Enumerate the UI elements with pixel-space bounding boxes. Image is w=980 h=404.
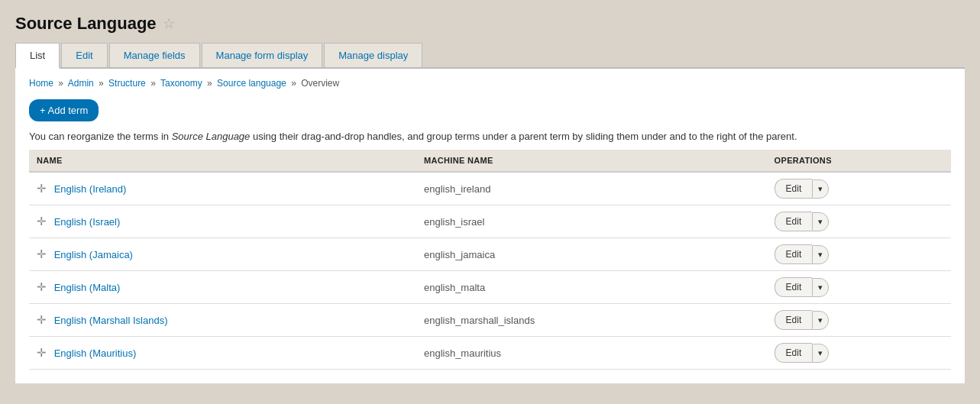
edit-dropdown-button[interactable]: ▾ <box>812 278 829 297</box>
breadcrumb-taxonomy[interactable]: Taxonomy <box>160 78 202 89</box>
edit-dropdown-button[interactable]: ▾ <box>812 311 829 330</box>
edit-button[interactable]: Edit <box>775 343 813 363</box>
tabs-bar: List Edit Manage fields Manage form disp… <box>15 43 965 69</box>
data-table: NAME MACHINE NAME OPERATIONS ✛ English (… <box>29 150 951 370</box>
breadcrumb-home[interactable]: Home <box>29 78 53 89</box>
breadcrumb-structure[interactable]: Structure <box>108 78 146 89</box>
row-name-cell: ✛ English (Jamaica) <box>29 238 416 271</box>
row-name-cell: ✛ English (Ireland) <box>29 172 416 205</box>
table-row: ✛ English (Jamaica) english_jamaica Edit… <box>29 238 951 271</box>
row-operations-cell: Edit ▾ <box>767 337 951 370</box>
edit-dropdown-button[interactable]: ▾ <box>812 245 829 264</box>
table-row: ✛ English (Mauritius) english_mauritius … <box>29 337 951 370</box>
row-machine-name-cell: english_marshall_islands <box>416 304 767 337</box>
breadcrumb-sep-4: » <box>207 78 212 89</box>
breadcrumb-sep-5: » <box>291 78 296 89</box>
info-text-before: You can reorganize the terms in <box>29 131 172 142</box>
breadcrumb-sep-3: » <box>150 78 156 89</box>
edit-dropdown-button[interactable]: ▾ <box>812 344 829 363</box>
term-name-link[interactable]: English (Ireland) <box>54 183 127 195</box>
table-row: ✛ English (Marshall Islands) english_mar… <box>29 304 951 337</box>
edit-dropdown-button[interactable]: ▾ <box>812 179 829 199</box>
row-operations-cell: Edit ▾ <box>767 304 951 337</box>
machine-name-value: english_jamaica <box>424 249 495 260</box>
machine-name-value: english_mauritius <box>424 347 501 359</box>
drag-handle-icon[interactable]: ✛ <box>37 247 47 260</box>
drag-handle-icon[interactable]: ✛ <box>37 182 47 195</box>
col-header-operations: OPERATIONS <box>767 150 951 172</box>
machine-name-value: english_israel <box>424 216 485 228</box>
row-machine-name-cell: english_ireland <box>416 172 767 205</box>
row-operations-cell: Edit ▾ <box>767 271 951 304</box>
term-name-link[interactable]: English (Malta) <box>54 282 121 293</box>
breadcrumb-sep-1: » <box>58 78 63 89</box>
table-row: ✛ English (Israel) english_israel Edit ▾ <box>29 205 951 238</box>
tab-manage-fields[interactable]: Manage fields <box>109 43 200 67</box>
row-machine-name-cell: english_israel <box>416 205 767 238</box>
breadcrumb: Home » Admin » Structure » Taxonomy » So… <box>29 78 951 89</box>
row-operations-cell: Edit ▾ <box>767 205 951 238</box>
col-header-machine-name: MACHINE NAME <box>416 150 767 172</box>
row-name-cell: ✛ English (Mauritius) <box>29 337 416 370</box>
breadcrumb-admin[interactable]: Admin <box>68 78 94 89</box>
breadcrumb-source-language[interactable]: Source language <box>217 78 286 89</box>
drag-handle-icon[interactable]: ✛ <box>37 346 47 359</box>
page-title-row: Source Language ☆ <box>15 8 965 34</box>
breadcrumb-sep-2: » <box>99 78 104 89</box>
row-name-cell: ✛ English (Malta) <box>29 271 416 304</box>
info-text: You can reorganize the terms in Source L… <box>29 131 951 142</box>
info-text-italic: Source Language <box>172 131 251 142</box>
col-header-name: NAME <box>29 150 416 172</box>
edit-btn-group: Edit ▾ <box>775 310 830 330</box>
edit-button[interactable]: Edit <box>775 212 813 231</box>
row-operations-cell: Edit ▾ <box>767 172 951 205</box>
machine-name-value: english_ireland <box>424 183 490 195</box>
edit-btn-group: Edit ▾ <box>775 343 830 363</box>
row-name-cell: ✛ English (Israel) <box>29 205 416 238</box>
star-icon[interactable]: ☆ <box>163 15 175 32</box>
machine-name-value: english_marshall_islands <box>424 315 535 326</box>
edit-btn-group: Edit ▾ <box>775 179 830 199</box>
info-text-after: using their drag-and-drop handles, and g… <box>250 131 797 142</box>
tab-edit[interactable]: Edit <box>61 43 107 67</box>
tab-list[interactable]: List <box>15 43 60 69</box>
content-area: Home » Admin » Structure » Taxonomy » So… <box>15 69 965 383</box>
row-machine-name-cell: english_mauritius <box>416 337 767 370</box>
page-wrapper: Source Language ☆ List Edit Manage field… <box>0 0 980 404</box>
table-header-row: NAME MACHINE NAME OPERATIONS <box>29 150 951 172</box>
edit-btn-group: Edit ▾ <box>775 277 830 297</box>
machine-name-value: english_malta <box>424 282 485 293</box>
edit-button[interactable]: Edit <box>775 277 813 297</box>
edit-dropdown-button[interactable]: ▾ <box>812 212 829 231</box>
edit-btn-group: Edit ▾ <box>775 244 830 264</box>
edit-button[interactable]: Edit <box>775 244 813 264</box>
edit-btn-group: Edit ▾ <box>775 212 830 231</box>
tab-manage-display[interactable]: Manage display <box>324 43 422 67</box>
term-name-link[interactable]: English (Jamaica) <box>54 249 133 260</box>
row-operations-cell: Edit ▾ <box>767 238 951 271</box>
edit-button[interactable]: Edit <box>775 179 813 199</box>
drag-handle-icon[interactable]: ✛ <box>37 313 47 326</box>
breadcrumb-current: Overview <box>301 78 339 89</box>
table-head: NAME MACHINE NAME OPERATIONS <box>29 150 951 172</box>
page-title: Source Language <box>15 14 157 34</box>
edit-button[interactable]: Edit <box>775 310 813 330</box>
drag-handle-icon[interactable]: ✛ <box>37 280 47 293</box>
row-machine-name-cell: english_malta <box>416 271 767 304</box>
row-name-cell: ✛ English (Marshall Islands) <box>29 304 416 337</box>
tab-manage-form-display[interactable]: Manage form display <box>202 43 323 67</box>
drag-handle-icon[interactable]: ✛ <box>37 215 47 228</box>
table-row: ✛ English (Malta) english_malta Edit ▾ <box>29 271 951 304</box>
row-machine-name-cell: english_jamaica <box>416 238 767 271</box>
table-body: ✛ English (Ireland) english_ireland Edit… <box>29 172 951 370</box>
term-name-link[interactable]: English (Marshall Islands) <box>54 315 168 326</box>
term-name-link[interactable]: English (Mauritius) <box>54 347 137 359</box>
table-row: ✛ English (Ireland) english_ireland Edit… <box>29 172 951 205</box>
add-term-button[interactable]: + Add term <box>29 99 99 121</box>
term-name-link[interactable]: English (Israel) <box>54 216 121 228</box>
